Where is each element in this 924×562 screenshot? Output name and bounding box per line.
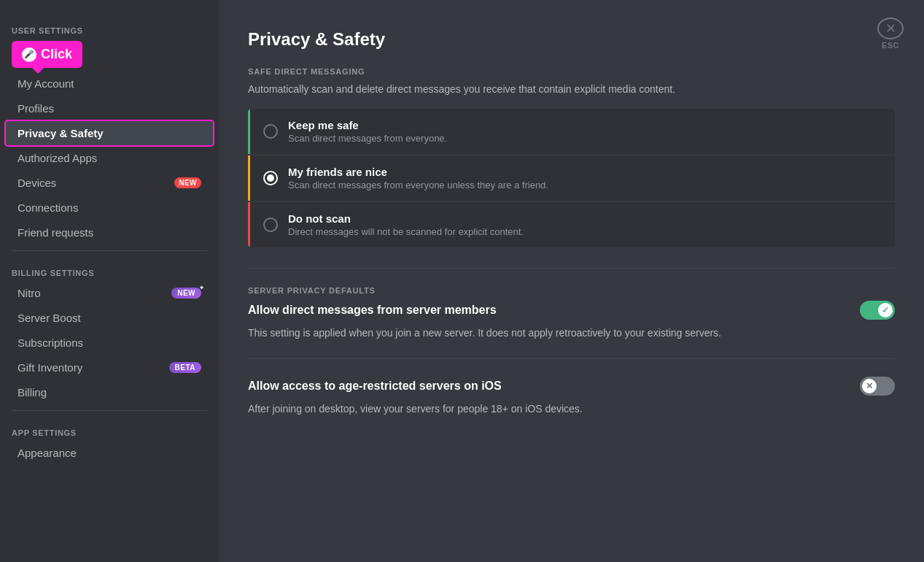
esc-label: ESC — [882, 41, 899, 50]
radio-title-1: Keep me safe — [288, 119, 447, 131]
radio-circle-3 — [263, 218, 278, 232]
user-settings-label: USER SETTINGS — [0, 15, 219, 38]
close-icon: ✕ — [877, 18, 904, 39]
sidebar-item-appearance[interactable]: Appearance — [6, 441, 213, 465]
safe-dm-radio-group: Keep me safe Scan direct messages from e… — [248, 109, 895, 247]
devices-new-badge: NEW — [174, 177, 201, 188]
sidebar-item-privacy-safety[interactable]: Privacy & Safety — [6, 121, 213, 145]
radio-title-3: Do not scan — [288, 212, 524, 225]
app-settings-label: APP SETTINGS — [0, 417, 219, 440]
radio-option-no-scan[interactable]: Do not scan Direct messages will not be … — [248, 202, 895, 247]
radio-desc-2: Scan direct messages from everyone unles… — [288, 180, 548, 190]
toggle-title-1: Allow direct messages from server member… — [248, 304, 497, 317]
toggle-knob-1 — [878, 303, 893, 317]
devices-item-left: Devices — [18, 177, 56, 189]
sidebar-item-subscriptions[interactable]: Subscriptions — [6, 331, 213, 355]
gift-beta-badge: BETA — [169, 362, 201, 373]
toggle-switch-1[interactable] — [860, 301, 895, 320]
sidebar-item-label: Subscriptions — [18, 336, 83, 349]
sidebar-item-label: My Account — [18, 77, 74, 90]
radio-desc-3: Direct messages will not be scanned for … — [288, 226, 524, 237]
radio-title-2: My friends are nice — [288, 166, 548, 178]
sidebar-item-devices[interactable]: Devices NEW — [6, 171, 213, 195]
sidebar-item-nitro[interactable]: Nitro NEW — [6, 281, 213, 305]
sidebar-item-label: Profiles — [18, 102, 54, 115]
toggle-switch-2[interactable] — [860, 377, 895, 396]
sidebar-item-label: Billing — [18, 386, 47, 399]
sidebar-item-label: Appearance — [18, 447, 77, 459]
radio-circle-1 — [263, 124, 278, 139]
sidebar-item-label: Authorized Apps — [18, 152, 97, 164]
main-content: ✕ ESC Privacy & Safety SAFE DIRECT MESSA… — [219, 0, 924, 562]
sidebar-item-label: Server Boost — [18, 312, 81, 324]
mic-icon — [22, 47, 36, 62]
billing-settings-label: BILLING SETTINGS — [0, 257, 219, 280]
content-divider-2 — [248, 358, 895, 359]
toggle-row-2: Allow access to age-restricted servers o… — [248, 377, 895, 396]
radio-option-friends-nice[interactable]: My friends are nice Scan direct messages… — [248, 155, 895, 201]
sidebar-item-profiles[interactable]: Profiles — [6, 96, 213, 120]
click-callout: Click — [12, 41, 82, 68]
sidebar-item-label: Nitro — [18, 287, 41, 299]
toggle-desc-2: After joining on desktop, view your serv… — [248, 401, 895, 417]
sidebar-divider-2 — [12, 410, 207, 411]
sidebar-item-connections[interactable]: Connections — [6, 196, 213, 220]
toggle-title-2: Allow access to age-restricted servers o… — [248, 380, 502, 393]
sidebar-divider-1 — [12, 250, 207, 251]
sidebar-item-label: Devices — [18, 177, 56, 189]
safe-dm-description: Automatically scan and delete direct mes… — [248, 82, 895, 97]
sidebar-item-authorized-apps[interactable]: Authorized Apps — [6, 146, 213, 170]
toggle-desc-1: This setting is applied when you join a … — [248, 326, 895, 341]
sidebar-item-friend-requests[interactable]: Friend requests — [6, 220, 213, 245]
page-title: Privacy & Safety — [248, 29, 895, 50]
radio-desc-1: Scan direct messages from everyone. — [288, 133, 447, 144]
sidebar-item-billing[interactable]: Billing — [6, 380, 213, 404]
radio-option-keep-safe[interactable]: Keep me safe Scan direct messages from e… — [248, 109, 895, 154]
sidebar-item-my-account[interactable]: My Account — [6, 72, 213, 96]
gift-item-left: Gift Inventory — [18, 361, 82, 374]
radio-text-3: Do not scan Direct messages will not be … — [288, 212, 524, 237]
close-button[interactable]: ✕ ESC — [874, 18, 906, 50]
click-label: Click — [41, 47, 72, 62]
content-divider-1 — [248, 268, 895, 269]
sidebar-item-gift-inventory[interactable]: Gift Inventory BETA — [6, 355, 213, 380]
sidebar: USER SETTINGS Click My Account Profiles … — [0, 0, 219, 562]
radio-circle-2 — [263, 171, 278, 185]
radio-text-2: My friends are nice Scan direct messages… — [288, 166, 548, 190]
sidebar-item-label: Privacy & Safety — [18, 127, 104, 139]
server-privacy-label: SERVER PRIVACY DEFAULTS — [248, 286, 895, 295]
sidebar-item-label: Connections — [18, 201, 78, 214]
toggle-knob-2 — [862, 379, 877, 393]
sidebar-item-label: Gift Inventory — [18, 361, 82, 374]
nitro-new-badge: NEW — [171, 288, 201, 299]
safe-dm-section-label: SAFE DIRECT MESSAGING — [248, 67, 895, 76]
toggle-row-1: Allow direct messages from server member… — [248, 301, 895, 320]
sidebar-item-server-boost[interactable]: Server Boost — [6, 306, 213, 330]
radio-text-1: Keep me safe Scan direct messages from e… — [288, 119, 447, 144]
sidebar-item-label: Friend requests — [18, 226, 93, 239]
